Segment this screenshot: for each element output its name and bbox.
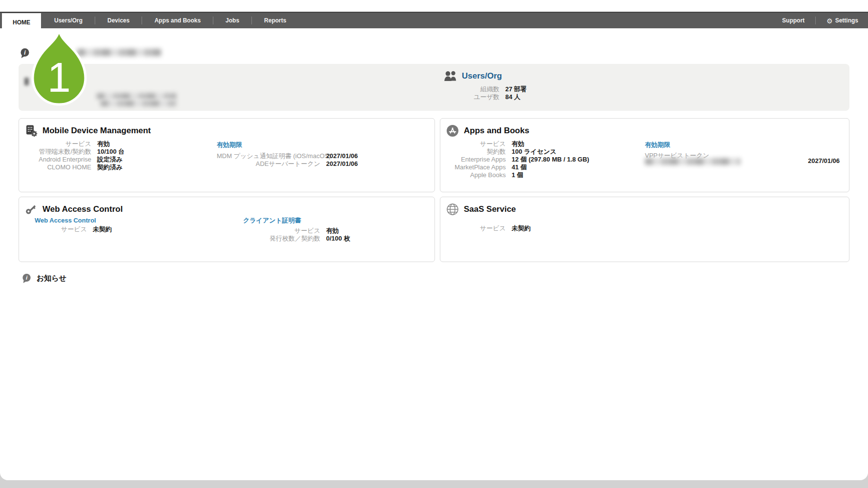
apps-service-label: サービス [446, 140, 506, 148]
mdm-devices-label: 管理端末数/契約数 [25, 148, 91, 156]
redacted-vpp-token [645, 158, 741, 165]
nav-right-group: Support ⚙ Settings [779, 13, 861, 28]
tab-apps-and-books[interactable]: Apps and Books [142, 17, 213, 24]
org-count-value: 27 部署 [505, 85, 527, 93]
tab-users-org[interactable]: Users/Org [42, 17, 95, 24]
support-link[interactable]: Support [779, 17, 807, 24]
wac-service-value: 未契約 [93, 225, 112, 233]
apps-enterprise-row: Enterprise Apps 12 個 (297.80 MB / 1.8 GB… [446, 156, 589, 163]
mdm-push-cert-row: MDM プッシュ通知証明書 (iOS/macOS) 2027/01/06 [217, 152, 358, 160]
apps-enterprise-value: 12 個 (297.80 MB / 1.8 GB) [512, 156, 589, 163]
cert-service-value: 有効 [326, 227, 339, 235]
saas-service-label: サービス [446, 224, 506, 232]
device-gear-icon [25, 124, 38, 137]
saas-card: SaaS Service サービス 未契約 [440, 197, 849, 262]
apps-license-row: 契約数 100 ライセンス [446, 148, 589, 156]
settings-button[interactable]: ⚙ Settings [824, 17, 861, 24]
user-count-label: ユーザ数 [443, 93, 499, 101]
mdm-devices-value: 10/100 台 [97, 148, 124, 156]
info-speech-bubble-icon: i [21, 273, 32, 284]
mdm-ade-token-row: ADEサーバートークン 2027/01/06 [217, 160, 358, 168]
globe-icon [446, 203, 459, 216]
mdm-android-row: Android Enterprise 設定済み [25, 156, 124, 163]
step-number: 1 [47, 54, 71, 101]
vpp-token-expiry-date: 2027/01/06 [808, 157, 840, 164]
wac-service-label: サービス [25, 225, 87, 233]
redacted-org-line-1 [97, 93, 176, 99]
nav-separator [815, 17, 816, 24]
users-org-title-link[interactable]: Users/Org [462, 71, 502, 81]
key-icon [25, 203, 38, 216]
cert-service-row: サービス 有効 [217, 227, 350, 235]
client-cert-link[interactable]: クライアント証明書 [243, 217, 301, 224]
org-count-row: 組織数 27 部署 [443, 85, 668, 93]
cert-issued-value: 0/100 枚 [326, 235, 350, 243]
cert-issued-label: 発行枚数／契約数 [217, 235, 320, 243]
apps-marketplace-label: MarketPlace Apps [446, 163, 506, 171]
mdm-android-label: Android Enterprise [25, 156, 91, 163]
mdm-clomo-home-value: 契約済み [97, 163, 123, 171]
user-count-row: ユーザ数 84 人 [443, 93, 668, 101]
mdm-service-label: サービス [25, 140, 91, 148]
org-count-label: 組織数 [443, 85, 499, 93]
saas-card-title: SaaS Service [464, 204, 516, 214]
mdm-service-value: 有効 [97, 140, 110, 148]
apps-expiry-link[interactable]: 有効期限 [645, 141, 670, 148]
nav-tab-group: Users/Org Devices Apps and Books Jobs Re… [42, 13, 298, 28]
tab-jobs[interactable]: Jobs [213, 17, 251, 24]
settings-label: Settings [835, 17, 858, 24]
apps-books-card-title: Apps and Books [464, 126, 529, 136]
apps-books-card: Apps and Books サービス 有効 契約数 100 ライセンス Ent… [440, 118, 849, 192]
tab-reports[interactable]: Reports [252, 17, 298, 24]
apps-service-row: サービス 有効 [446, 140, 589, 148]
mdm-push-cert-date: 2027/01/06 [326, 152, 358, 160]
users-org-summary: Users/Org 組織数 27 部署 ユーザ数 84 人 [443, 71, 668, 101]
redacted-org-line-2 [101, 101, 176, 106]
mdm-card: Mobile Device Management サービス 有効 管理端末数/契… [19, 118, 435, 192]
cert-service-label: サービス [217, 227, 320, 235]
cert-issued-row: 発行枚数／契約数 0/100 枚 [217, 235, 350, 243]
apps-books-value: 1 個 [512, 171, 523, 179]
mdm-expiry-link[interactable]: 有効期限 [217, 141, 242, 148]
apps-license-label: 契約数 [446, 148, 506, 156]
apps-service-value: 有効 [512, 140, 524, 148]
notice-title: お知らせ [37, 274, 66, 283]
mdm-clomo-home-row: CLOMO HOME 契約済み [25, 163, 124, 171]
saas-service-row: サービス 未契約 [446, 224, 531, 232]
mdm-service-row: サービス 有効 [25, 140, 124, 148]
mdm-ade-token-date: 2027/01/06 [326, 160, 358, 168]
mdm-clomo-home-label: CLOMO HOME [25, 163, 91, 171]
clomo-home-page: Users/Org Devices Apps and Books Jobs Re… [0, 0, 868, 488]
apps-books-label: Apple Books [446, 171, 506, 179]
user-count-value: 84 人 [505, 93, 520, 101]
wac-link[interactable]: Web Access Control [35, 217, 96, 224]
gear-icon: ⚙ [827, 17, 833, 25]
step-1-annotation-balloon: 1 [27, 28, 91, 109]
two-people-icon [443, 71, 458, 81]
wac-card-title: Web Access Control [42, 204, 123, 214]
mdm-ade-token-label: ADEサーバートークン [217, 160, 320, 168]
mdm-devices-row: 管理端末数/契約数 10/100 台 [25, 148, 124, 156]
top-navbar: Users/Org Devices Apps and Books Jobs Re… [0, 12, 868, 28]
saas-service-value: 未契約 [512, 224, 531, 232]
tab-devices[interactable]: Devices [95, 17, 142, 24]
apps-books-row: Apple Books 1 個 [446, 171, 589, 179]
mdm-card-title: Mobile Device Management [42, 126, 151, 136]
app-store-a-icon [446, 124, 459, 137]
apps-license-value: 100 ライセンス [512, 148, 557, 156]
notice-section-header: i お知らせ [21, 273, 66, 284]
apps-enterprise-label: Enterprise Apps [446, 156, 506, 163]
apps-marketplace-row: MarketPlace Apps 41 個 [446, 163, 589, 171]
mdm-android-value: 設定済み [97, 156, 123, 163]
mdm-push-cert-label: MDM プッシュ通知証明書 (iOS/macOS) [217, 152, 320, 160]
wac-card: Web Access Control Web Access Control サー… [19, 197, 435, 262]
org-summary-panel: Users/Org 組織数 27 部署 ユーザ数 84 人 [19, 64, 849, 111]
apps-marketplace-value: 41 個 [512, 163, 527, 171]
wac-service-row: サービス 未契約 [25, 225, 112, 233]
